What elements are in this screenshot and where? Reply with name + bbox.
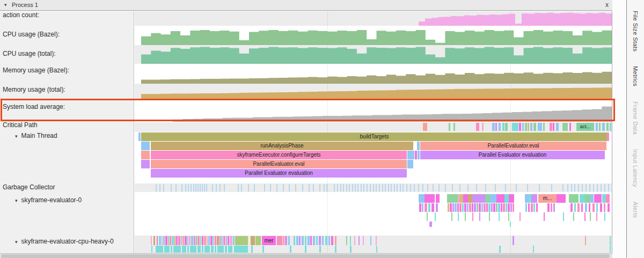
collapse-process-icon[interactable]: ▾ [4,2,7,8]
track-label-skyframe-evaluator-0[interactable]: ▾skyframe-evaluator-0 [0,196,148,204]
critical-path-event-chip[interactable]: act... [576,123,594,131]
trace-event-tick [467,203,469,212]
counter-chart-cpu-usage-total[interactable] [141,45,612,64]
trace-event-bar[interactable]: ParallelEvaluator.eval [420,142,606,150]
gc-event-tick [349,184,350,191]
trace-event-bar[interactable]: Parallel Evaluator evaluation [420,151,605,159]
trace-event-tick [187,246,189,253]
trace-event-tick [376,236,377,245]
gc-event-tick [597,184,598,191]
gc-event-tick [427,184,428,191]
gc-event-tick [185,184,186,191]
trace-event-bar[interactable]: runAnalysisPhase [151,142,413,150]
gc-event-tick [379,184,380,191]
timeline-chart-region[interactable]: act...buildTargetsrunAnalysisPhaseParall… [135,11,612,253]
counter-chart-memory-usage-total[interactable] [141,84,612,99]
trace-event-tick [504,194,509,203]
trace-event-tick [585,236,586,245]
critical-path-tick [502,123,504,131]
trace-event-tick [493,203,495,212]
gc-event-tick [373,184,374,191]
trace-event-tick [316,236,318,245]
critical-path-tick [538,123,542,131]
critical-path-tick [453,123,455,131]
trace-event-tick [350,246,352,253]
side-tab-frame-data[interactable]: Frame Data [632,101,639,135]
counter-chart-action-count[interactable] [419,11,612,26]
track-label-garbage-collector: Garbage Collector [0,183,136,191]
vertical-scrollbar-track[interactable] [612,0,626,258]
side-tab-input-latency[interactable]: Input Latency [632,149,639,187]
trace-event-tick [219,236,221,245]
critical-path-tick [519,123,521,131]
gc-event-tick [400,184,401,191]
trace-event-tick [285,236,287,245]
gc-event-tick [452,184,453,191]
critical-path-tick [569,123,571,131]
gc-event-tick [601,184,602,191]
gc-event-tick [248,184,249,191]
trace-event-tick [469,203,471,212]
critical-path-tick [522,123,524,131]
trace-event-tick [450,203,452,212]
trace-event-tick [486,203,488,212]
gc-event-tick [302,184,303,191]
collapse-track-icon[interactable]: ▾ [15,239,18,245]
trace-event-tick [451,212,452,221]
trace-event-tick [277,236,282,245]
counter-chart-cpu-usage-bazel[interactable] [141,26,612,45]
trace-event-tick [448,203,449,212]
gc-event-tick [495,184,496,191]
trace-event-bar[interactable]: mer [262,236,276,245]
side-tab-metrics[interactable]: Metrics [632,66,639,86]
horizontal-scrollbar-thumb[interactable] [1,254,610,258]
trace-event-tick [313,236,315,245]
trace-event-tick [153,236,155,245]
trace-event-tick [508,203,510,212]
counter-chart-system-load-average[interactable] [173,99,612,122]
critical-path-tick [606,123,609,131]
collapse-track-icon[interactable]: ▾ [15,134,18,139]
gc-event-tick [361,184,362,191]
trace-event-tick [305,236,306,245]
critical-path-tick [499,123,501,131]
trace-event-tick [189,236,191,245]
trace-event-bar[interactable]: m... [538,194,557,203]
track-label-memory-usage-bazel: Memory usage (Bazel): [0,67,136,74]
trace-event-tick [528,203,530,212]
trace-event-tick [346,236,347,245]
track-label-skyframe-evaluator-cpu-heavy-0[interactable]: ▾skyframe-evaluator-cpu-heavy-0 [0,238,148,245]
gc-event-tick [276,184,277,191]
trace-event-tick [251,236,255,245]
side-tab-alerts[interactable]: Alerts [632,202,639,218]
trace-event-tick [519,212,521,221]
process-header: ▾ Process 1 x [0,0,612,11]
collapse-track-icon[interactable]: ▾ [15,198,18,203]
trace-event-tick [510,222,511,227]
trace-event-bar[interactable]: Parallel Evaluator evaluation [151,169,407,178]
critical-path-tick [423,123,427,131]
trace-event-bar[interactable]: ParallelEvaluator.eval [151,160,407,168]
trace-event-tick [464,203,466,212]
trace-event-tick [151,246,152,253]
trace-event-tick [570,203,573,212]
counter-chart-memory-usage-bazel[interactable] [141,64,612,84]
trace-event-tick [533,203,535,212]
track-label-column: action count:CPU usage (Bazel):CPU usage… [0,11,134,253]
trace-event-sliver [407,151,414,159]
track-label-main-thread[interactable]: ▾Main Thread [0,132,148,139]
track-label-memory-usage-total: Memory usage (total): [0,86,136,93]
horizontal-scrollbar-track[interactable] [0,253,612,258]
trace-event-bar[interactable]: skyframeExecutor.configureTargets [151,151,407,159]
close-icon[interactable]: x [605,1,609,9]
trace-event-tick [354,236,355,245]
gc-event-tick [578,184,579,191]
trace-event-tick [370,236,371,245]
side-tab-file-size-stats[interactable]: File Size Stats [632,11,639,51]
trace-event-bar[interactable]: buildTargets [141,132,608,141]
trace-event-tick [217,246,224,253]
trace-event-tick [557,194,566,203]
trace-event-tick [427,212,428,221]
gc-event-tick [216,184,217,191]
critical-path-tick [495,123,497,131]
